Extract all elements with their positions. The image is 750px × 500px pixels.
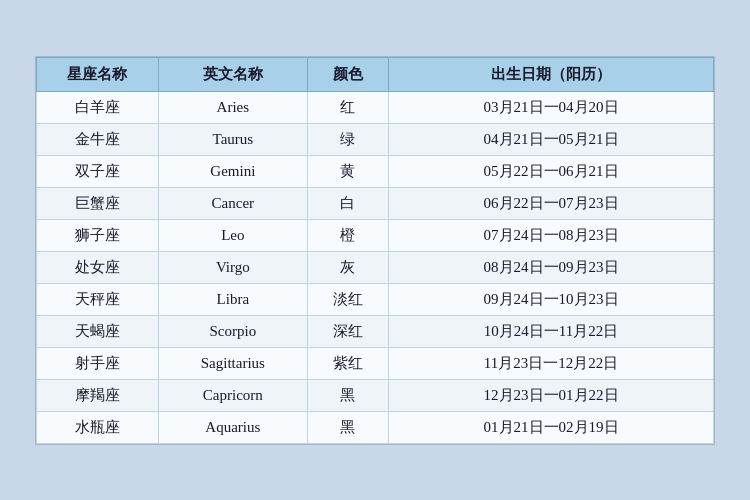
table-cell: 11月23日一12月22日 <box>389 347 714 379</box>
table-cell: Sagittarius <box>158 347 307 379</box>
table-cell: 10月24日一11月22日 <box>389 315 714 347</box>
table-row: 处女座Virgo灰08月24日一09月23日 <box>37 251 714 283</box>
table-header-row: 星座名称 英文名称 颜色 出生日期（阳历） <box>37 57 714 91</box>
table-cell: 射手座 <box>37 347 159 379</box>
table-cell: Aquarius <box>158 411 307 443</box>
header-chinese: 星座名称 <box>37 57 159 91</box>
table-cell: 狮子座 <box>37 219 159 251</box>
table-cell: 08月24日一09月23日 <box>389 251 714 283</box>
table-row: 巨蟹座Cancer白06月22日一07月23日 <box>37 187 714 219</box>
header-color: 颜色 <box>307 57 388 91</box>
table-row: 金牛座Taurus绿04月21日一05月21日 <box>37 123 714 155</box>
table-cell: 处女座 <box>37 251 159 283</box>
table-cell: 黑 <box>307 379 388 411</box>
header-english: 英文名称 <box>158 57 307 91</box>
table-body: 白羊座Aries红03月21日一04月20日金牛座Taurus绿04月21日一0… <box>37 91 714 443</box>
table-row: 天秤座Libra淡红09月24日一10月23日 <box>37 283 714 315</box>
table-cell: 白羊座 <box>37 91 159 123</box>
table-cell: 09月24日一10月23日 <box>389 283 714 315</box>
table-cell: 天秤座 <box>37 283 159 315</box>
table-cell: 巨蟹座 <box>37 187 159 219</box>
table-cell: Cancer <box>158 187 307 219</box>
table-cell: 深红 <box>307 315 388 347</box>
table-cell: 紫红 <box>307 347 388 379</box>
table-cell: Gemini <box>158 155 307 187</box>
zodiac-table-container: 星座名称 英文名称 颜色 出生日期（阳历） 白羊座Aries红03月21日一04… <box>35 56 715 445</box>
header-date: 出生日期（阳历） <box>389 57 714 91</box>
table-cell: 07月24日一08月23日 <box>389 219 714 251</box>
table-cell: 12月23日一01月22日 <box>389 379 714 411</box>
table-cell: Libra <box>158 283 307 315</box>
zodiac-table: 星座名称 英文名称 颜色 出生日期（阳历） 白羊座Aries红03月21日一04… <box>36 57 714 444</box>
table-cell: 双子座 <box>37 155 159 187</box>
table-cell: 橙 <box>307 219 388 251</box>
table-cell: Taurus <box>158 123 307 155</box>
table-cell: Aries <box>158 91 307 123</box>
table-cell: 白 <box>307 187 388 219</box>
table-row: 摩羯座Capricorn黑12月23日一01月22日 <box>37 379 714 411</box>
table-row: 射手座Sagittarius紫红11月23日一12月22日 <box>37 347 714 379</box>
table-row: 双子座Gemini黄05月22日一06月21日 <box>37 155 714 187</box>
table-cell: Leo <box>158 219 307 251</box>
table-cell: 01月21日一02月19日 <box>389 411 714 443</box>
table-row: 白羊座Aries红03月21日一04月20日 <box>37 91 714 123</box>
table-cell: 灰 <box>307 251 388 283</box>
table-cell: 淡红 <box>307 283 388 315</box>
table-row: 水瓶座Aquarius黑01月21日一02月19日 <box>37 411 714 443</box>
table-cell: Capricorn <box>158 379 307 411</box>
table-row: 天蝎座Scorpio深红10月24日一11月22日 <box>37 315 714 347</box>
table-cell: 03月21日一04月20日 <box>389 91 714 123</box>
table-cell: 摩羯座 <box>37 379 159 411</box>
table-cell: 06月22日一07月23日 <box>389 187 714 219</box>
table-cell: Scorpio <box>158 315 307 347</box>
table-cell: 天蝎座 <box>37 315 159 347</box>
table-cell: 黄 <box>307 155 388 187</box>
table-cell: 红 <box>307 91 388 123</box>
table-cell: Virgo <box>158 251 307 283</box>
table-cell: 水瓶座 <box>37 411 159 443</box>
table-row: 狮子座Leo橙07月24日一08月23日 <box>37 219 714 251</box>
table-cell: 绿 <box>307 123 388 155</box>
table-cell: 05月22日一06月21日 <box>389 155 714 187</box>
table-cell: 04月21日一05月21日 <box>389 123 714 155</box>
table-cell: 金牛座 <box>37 123 159 155</box>
table-cell: 黑 <box>307 411 388 443</box>
